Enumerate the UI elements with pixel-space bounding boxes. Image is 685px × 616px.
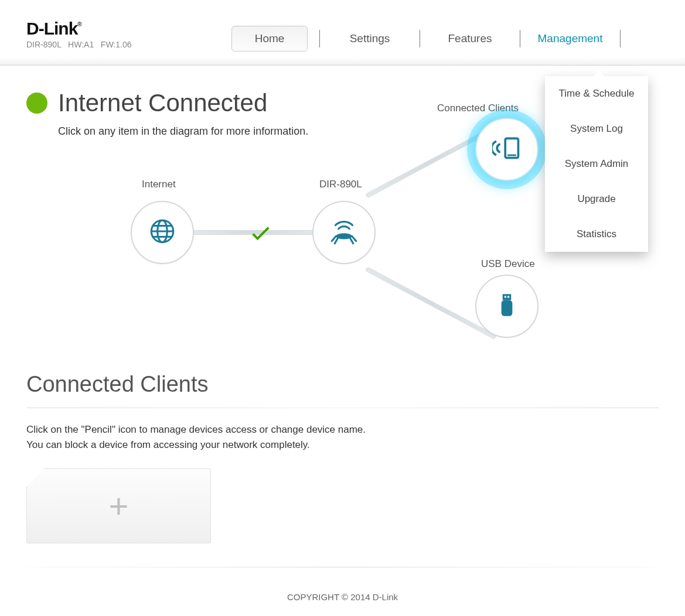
svg-rect-14: [507, 296, 509, 297]
svg-rect-15: [502, 300, 513, 316]
footer-copyright: COPYRIGHT © 2014 D-Link: [0, 585, 685, 616]
nav-features[interactable]: Features: [420, 26, 520, 51]
dropdown-system-log[interactable]: System Log: [545, 111, 648, 146]
router-icon: [329, 217, 359, 248]
device-info: DIR-890L HW:A1 FW:1.06: [26, 40, 220, 49]
dropdown-statistics[interactable]: Statistics: [545, 217, 648, 252]
nav-management[interactable]: Management: [520, 26, 620, 51]
dropdown-upgrade[interactable]: Upgrade: [545, 182, 648, 217]
divider: [26, 408, 659, 408]
clients-desc-2: You can block a device from accessing yo…: [26, 437, 659, 453]
connection-ok-icon: [248, 220, 274, 251]
main-nav: Home Settings Features Management: [220, 0, 621, 52]
svg-rect-12: [503, 294, 512, 300]
node-internet[interactable]: [131, 201, 194, 264]
node-connected-clients[interactable]: [475, 118, 539, 181]
nav-settings[interactable]: Settings: [320, 26, 420, 51]
globe-icon: [148, 217, 177, 248]
diagram-label-usb: USB Device: [481, 258, 535, 270]
brand-block: D-Link® DIR-890L HW:A1 FW:1.06: [26, 0, 220, 49]
add-client-card[interactable]: +: [26, 468, 211, 543]
management-dropdown: Time & Schedule System Log System Admin …: [545, 76, 648, 252]
device-fw: FW:1.06: [101, 40, 132, 49]
clients-desc-1: Click on the "Pencil" icon to manage dev…: [26, 422, 659, 437]
divider: [26, 567, 659, 567]
usb-icon: [492, 290, 522, 322]
page-title: Internet Connected: [58, 89, 267, 117]
node-usb-device[interactable]: [475, 275, 539, 338]
brand-logo: D-Link®: [26, 19, 220, 39]
device-hw: HW:A1: [68, 40, 94, 49]
diagram-label-router: DIR-890L: [319, 179, 362, 190]
svg-rect-13: [505, 296, 506, 297]
svg-line-9: [350, 238, 353, 243]
nav-home[interactable]: Home: [231, 26, 308, 52]
device-model: DIR-890L: [26, 40, 61, 49]
node-router[interactable]: [312, 201, 376, 264]
dropdown-time-schedule[interactable]: Time & Schedule: [545, 76, 648, 111]
svg-line-6: [332, 236, 336, 241]
diagram-label-internet: Internet: [142, 179, 176, 190]
svg-line-8: [335, 238, 338, 243]
svg-line-7: [352, 236, 356, 241]
wireless-device-icon: [492, 134, 522, 165]
section-title-clients: Connected Clients: [26, 372, 659, 397]
status-indicator-icon: [26, 93, 47, 114]
header-bar: D-Link® DIR-890L HW:A1 FW:1.06 Home Sett…: [0, 0, 685, 66]
plus-icon: +: [109, 489, 129, 523]
nav-separator: [620, 30, 621, 47]
diagram-label-clients: Connected Clients: [437, 102, 519, 114]
dropdown-system-admin[interactable]: System Admin: [545, 146, 648, 182]
